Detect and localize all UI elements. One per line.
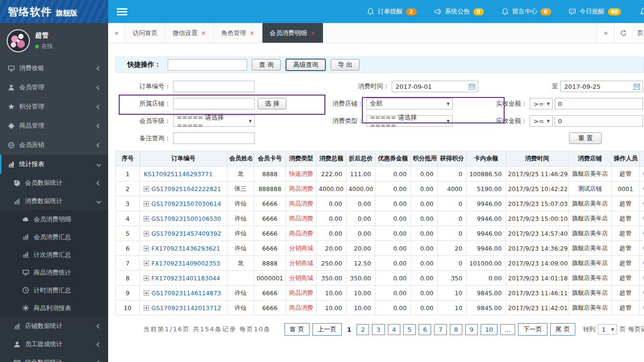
close-tab-icon[interactable]: ×	[310, 29, 316, 36]
export-button[interactable]: 导 出	[331, 59, 359, 71]
sidebar-item-comprehensive-data-stats[interactable]: 综合数据统计	[0, 353, 108, 362]
sidebar-item-consume-cashier[interactable]: 消费收银	[0, 59, 108, 78]
expand-row-icon[interactable]: +	[144, 231, 149, 236]
sidebar-item-staff-commission-stats[interactable]: 员工提成统计	[0, 335, 108, 353]
last-page-button[interactable]: 尾 页	[550, 323, 575, 336]
close-tab-icon[interactable]: ×	[201, 29, 206, 36]
menu-toggle-icon[interactable]	[117, 7, 127, 17]
sidebar-item-label: 员工提成统计	[25, 340, 62, 349]
column-header-seq: 序号	[116, 151, 140, 167]
sidebar-item-store-data-stats[interactable]: 店铺数据统计	[0, 317, 108, 335]
chevron-left-icon	[97, 66, 101, 71]
page-number-10[interactable]: 10	[481, 324, 497, 335]
note-query-input[interactable]	[173, 133, 255, 144]
order-number-link[interactable]: GS1709231457409392	[151, 230, 221, 237]
sidebar-item-member-data-stats[interactable]: 会员数据统计	[0, 174, 108, 192]
choose-store-button[interactable]: 选 择	[258, 98, 286, 109]
sidebar-item-member-management[interactable]: 会员管理	[0, 78, 108, 97]
message-center-button[interactable]: 留言中心 0	[501, 7, 551, 16]
first-page-button[interactable]: 首 页	[285, 323, 310, 336]
due-amount-operator-select[interactable]: >=▼	[530, 115, 553, 127]
sidebar-item-consume-data-stats[interactable]: 消费数据统计	[0, 192, 108, 210]
order-number-link[interactable]: FX1709231401183044	[151, 275, 220, 282]
close-tab-icon[interactable]: ×	[249, 29, 255, 36]
prev-page-button[interactable]: 上一页	[312, 323, 342, 336]
sidebar-item-label: 计时消费汇总	[34, 286, 71, 295]
tabs-scroll-left-button[interactable]: «	[108, 23, 125, 43]
order-number-link[interactable]: GS1709251042222821	[151, 185, 221, 193]
sidebar-item-member-marketing[interactable]: 会员营销	[0, 135, 108, 155]
order-number-link[interactable]: FX1709231436293621	[151, 245, 220, 252]
sidebar-item-goods-consume-stats[interactable]: 商品消费统计	[0, 264, 108, 281]
order-number-link[interactable]: FX1709231409002353	[151, 260, 220, 267]
sidebar-item-label: 商品管理	[19, 121, 44, 130]
consume-store-select[interactable]: 全部▼	[366, 98, 453, 109]
expand-row-icon[interactable]: +	[144, 216, 149, 221]
sidebar-item-label: 消费收银	[19, 64, 44, 72]
expand-row-icon[interactable]: +	[144, 290, 149, 296]
system-announcement-button[interactable]: 系统公告 0	[434, 7, 484, 16]
order-reminder-button[interactable]: 订单提醒 2	[367, 7, 417, 16]
system-announcement-badge: 0	[473, 8, 484, 15]
page-number-3[interactable]: 3	[372, 324, 384, 335]
next-page-button[interactable]: 下一页	[518, 323, 547, 336]
page-number-4[interactable]: 4	[388, 324, 400, 335]
expand-row-icon[interactable]: +	[144, 276, 149, 281]
page-number-5[interactable]: 5	[403, 324, 416, 335]
expand-row-icon[interactable]: +	[144, 261, 149, 266]
expand-row-icon[interactable]: +	[144, 305, 149, 311]
sidebar-item-member-consume-detail[interactable]: 会员消费明细	[0, 210, 108, 228]
notification-label: 系统公告	[445, 7, 470, 16]
order-number-link[interactable]: GS1709231500106530	[151, 215, 221, 222]
sidebar-item-count-consume-summary[interactable]: 计次消费汇总	[0, 246, 108, 264]
tab-home[interactable]: 访问首页	[125, 23, 165, 43]
advanced-query-button[interactable]: 高级查询	[285, 59, 326, 71]
page-number-2[interactable]: 2	[357, 324, 369, 335]
chevron-left-icon	[97, 85, 101, 90]
page-actions-label[interactable]: 页	[632, 23, 644, 43]
page-number-8[interactable]: 8	[450, 324, 462, 335]
consume-time-from-input[interactable]: 2017-09-01	[392, 81, 478, 92]
paid-amount-label: 实收金额：	[489, 99, 530, 108]
avatar[interactable]	[7, 29, 30, 52]
order-number-link[interactable]: GS1709231507030614	[151, 200, 221, 207]
consume-time-to-input[interactable]: 2017-09-25	[560, 81, 643, 92]
page-number-6[interactable]: 6	[419, 324, 431, 335]
member-level-select[interactable]: ===== 请选择 =====▼	[173, 115, 255, 127]
sidebar-item-label: 消费数据统计	[25, 197, 62, 205]
order-number-link[interactable]: GS1709231146114873	[151, 290, 221, 297]
order-no-input[interactable]	[173, 81, 255, 92]
goto-page-select[interactable]: 1▼	[598, 324, 617, 335]
sidebar-item-goods-management[interactable]: 商品管理	[0, 116, 108, 135]
expand-row-icon[interactable]: +	[144, 246, 149, 251]
main-content: 快捷操作： 查 询 高级查询 导 出 订单编号： 消费时间： 2017-09-0…	[108, 43, 644, 362]
quick-search-input[interactable]	[168, 59, 247, 71]
paid-amount-operator-select[interactable]: >=▼	[530, 98, 553, 109]
query-button[interactable]: 查 询	[252, 59, 281, 71]
expand-row-icon[interactable]: +	[144, 201, 149, 206]
order-number-link[interactable]: KS1709251146293771	[144, 170, 212, 178]
tabs-scroll-right-button[interactable]: »	[597, 23, 614, 43]
sidebar-item-statistics-reports[interactable]: 统计报表	[0, 155, 108, 174]
due-amount-input[interactable]	[555, 115, 643, 127]
page-number-9[interactable]: 9	[465, 324, 478, 335]
today-reminder-button[interactable]: 今日提醒 48	[569, 7, 621, 16]
sidebar-item-goods-profit-report[interactable]: 商品利润报表	[0, 299, 108, 317]
sidebar-item-member-consume-summary[interactable]: 会员消费汇总	[0, 228, 108, 246]
sidebar-item-points-management[interactable]: 积分管理	[0, 97, 108, 116]
dropdown-arrow-icon: ▼	[249, 119, 252, 123]
reset-button[interactable]: 重 置	[569, 133, 602, 144]
consume-type-select[interactable]: ===== 请选择 =====▼	[366, 115, 453, 127]
sidebar-item-timing-consume-summary[interactable]: 计时消费汇总	[0, 281, 108, 299]
tab-role-management[interactable]: 角色管理×	[214, 23, 262, 43]
tab-wechat-settings[interactable]: 微信设置×	[165, 23, 214, 43]
sidebar-item-label: 会员消费汇总	[34, 233, 71, 241]
globe-icon	[8, 142, 15, 149]
refresh-tab-button[interactable]	[614, 23, 632, 43]
paid-amount-input[interactable]	[555, 98, 643, 109]
order-number-link[interactable]: GS1709231142013712	[151, 304, 221, 312]
tab-member-consume-detail[interactable]: 会员消费明细×	[262, 23, 323, 43]
expand-row-icon[interactable]: +	[144, 186, 149, 192]
store-input[interactable]	[173, 98, 255, 109]
page-number-7[interactable]: 7	[434, 324, 446, 335]
